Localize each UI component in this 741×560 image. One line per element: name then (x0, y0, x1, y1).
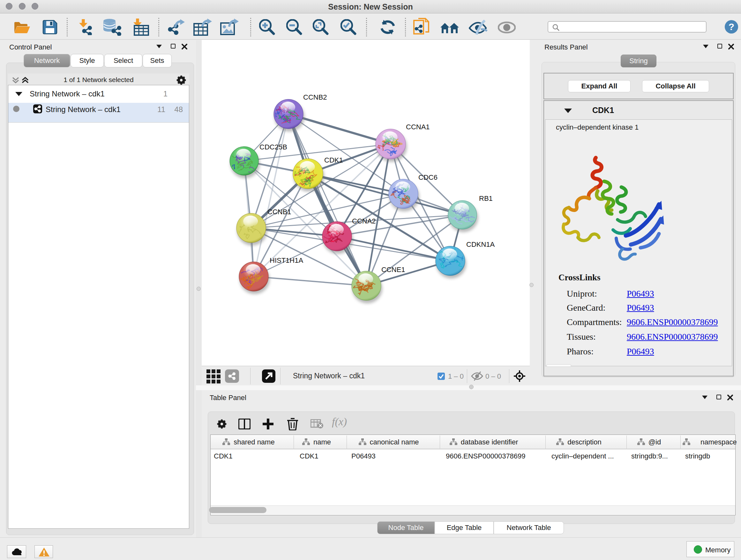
svg-text:CCNA1: CCNA1 (406, 123, 430, 131)
svg-text:CCNB1: CCNB1 (267, 208, 291, 216)
svg-text:CDKN1A: CDKN1A (466, 240, 495, 248)
svg-text:HIST1H1A: HIST1H1A (270, 256, 303, 264)
svg-text:CDC6: CDC6 (418, 173, 437, 181)
svg-text:CCNB2: CCNB2 (303, 93, 327, 101)
svg-text:CDK1: CDK1 (324, 156, 343, 164)
svg-text:CCNE1: CCNE1 (381, 266, 405, 273)
svg-text:RB1: RB1 (479, 194, 493, 202)
svg-text:CDC25B: CDC25B (259, 143, 287, 151)
svg-text:CCNA2: CCNA2 (352, 217, 376, 225)
